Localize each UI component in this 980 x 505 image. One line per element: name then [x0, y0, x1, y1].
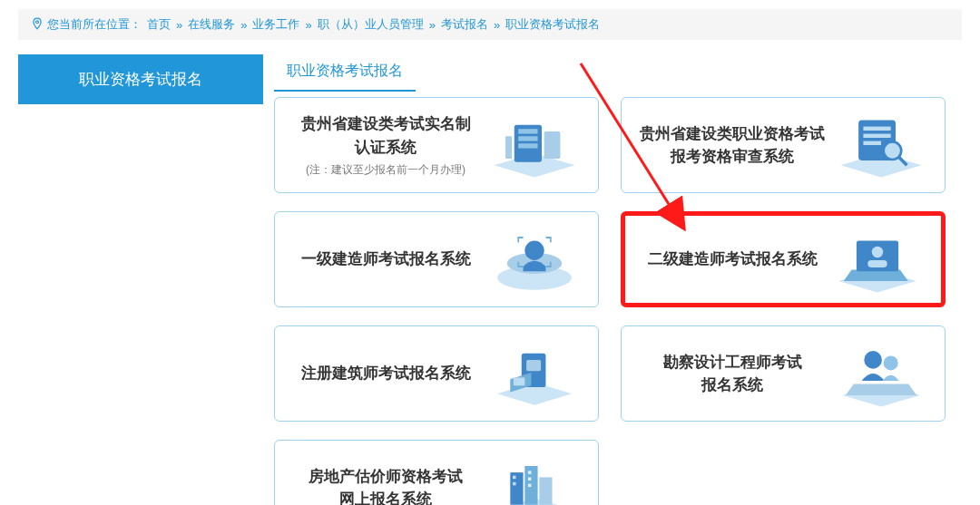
svg-point-18 [524, 241, 544, 260]
svg-rect-12 [863, 134, 890, 138]
tab-label: 职业资格考试报名 [287, 63, 403, 78]
card-title: 房地产估价师资格考试网上报名系统 [288, 465, 484, 506]
breadcrumb-link-qualification[interactable]: 职业资格考试报名 [505, 16, 600, 33]
card-qualification-review[interactable]: 贵州省建设类职业资格考试报考资格审查系统 [621, 97, 946, 193]
card-title: 二级建造师考试报名系统 [638, 248, 827, 271]
svg-rect-4 [518, 129, 537, 133]
svg-rect-41 [528, 484, 532, 488]
location-pin-icon [31, 17, 42, 33]
breadcrumb-link-home[interactable]: 首页 [147, 16, 171, 33]
breadcrumb-link-personnel[interactable]: 职（从）业人员管理 [318, 16, 424, 33]
sidebar-item-exam-registration[interactable]: 职业资格考试报名 [18, 54, 263, 104]
svg-rect-6 [518, 143, 537, 148]
card-level1-constructor[interactable]: 一级建造师考试报名系统 [274, 211, 599, 307]
card-subtitle: (注：建议至少报名前一个月办理) [288, 162, 484, 178]
svg-point-14 [884, 141, 902, 160]
breadcrumb-link-exam[interactable]: 考试报名 [441, 16, 488, 33]
card-title: 勘察设计工程师考试报名系统 [634, 351, 830, 397]
person-card-icon [830, 337, 932, 410]
breadcrumb: 您当前所在位置： 首页 » 在线服务 » 业务工作 » 职（从）业人员管理 » … [18, 9, 962, 40]
svg-rect-11 [863, 127, 890, 131]
card-title: 贵州省建设类考试实名制认证系统 [288, 112, 484, 159]
card-registered-architect[interactable]: 注册建筑师考试报名系统 [274, 325, 599, 422]
svg-point-0 [36, 20, 39, 23]
svg-rect-5 [518, 136, 537, 141]
sidebar-item-label: 职业资格考试报名 [79, 71, 202, 88]
tab-qualification-exam[interactable]: 职业资格考试报名 [274, 54, 416, 92]
card-insert-icon [484, 337, 585, 410]
svg-point-31 [864, 351, 882, 369]
svg-rect-36 [539, 477, 552, 504]
svg-rect-35 [524, 466, 537, 505]
card-survey-engineer[interactable]: 勘察设计工程师考试报名系统 [621, 325, 946, 422]
svg-rect-39 [528, 471, 532, 474]
card-level2-constructor[interactable]: 二级建造师考试报名系统 [621, 211, 946, 307]
svg-rect-7 [544, 131, 561, 159]
server-icon [484, 109, 585, 181]
card-title: 注册建筑师考试报名系统 [288, 362, 484, 385]
buildings-icon [484, 452, 585, 505]
card-realestate-appraiser[interactable]: 房地产估价师资格考试网上报名系统 [274, 440, 599, 505]
svg-rect-26 [526, 360, 541, 371]
card-realname-auth[interactable]: 贵州省建设类考试实名制认证系统 (注：建议至少报名前一个月办理) [274, 97, 599, 193]
svg-rect-13 [863, 141, 881, 145]
svg-rect-28 [514, 377, 524, 385]
laptop-profile-icon [827, 223, 928, 296]
svg-rect-38 [513, 482, 516, 486]
audit-icon [830, 109, 932, 181]
svg-rect-23 [867, 260, 887, 267]
breadcrumb-link-service[interactable]: 在线服务 [188, 16, 235, 33]
person-scan-icon [484, 223, 585, 296]
svg-rect-34 [510, 472, 523, 505]
breadcrumb-prefix: 您当前所在位置： [47, 16, 142, 33]
cards-grid: 贵州省建设类考试实名制认证系统 (注：建议至少报名前一个月办理) [274, 97, 962, 505]
svg-marker-30 [846, 384, 916, 395]
svg-rect-40 [528, 477, 532, 481]
sidebar: 职业资格考试报名 [18, 54, 263, 505]
svg-point-32 [884, 355, 898, 370]
svg-rect-37 [513, 476, 516, 480]
card-title: 贵州省建设类职业资格考试报考资格审查系统 [634, 122, 830, 169]
card-title: 一级建造师考试报名系统 [288, 248, 484, 271]
main-content: 职业资格考试报名 贵州省建设类考试实名制认证系统 (注：建议至少报名前一个月办理… [274, 54, 962, 505]
svg-marker-20 [844, 270, 908, 281]
svg-point-22 [872, 247, 883, 257]
svg-rect-8 [505, 136, 512, 159]
breadcrumb-link-business[interactable]: 业务工作 [252, 16, 299, 33]
